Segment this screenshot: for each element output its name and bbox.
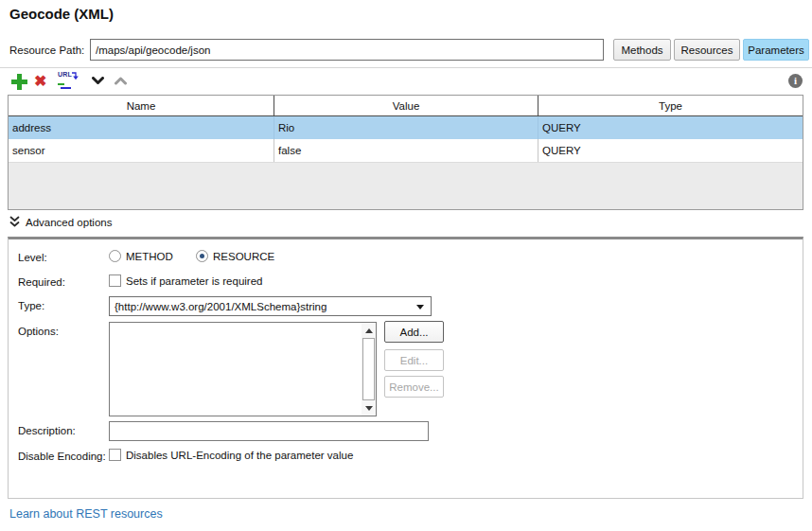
extract-params-from-url-icon[interactable]: URL [58, 71, 80, 91]
move-up-icon [115, 77, 127, 85]
options-scrollbar[interactable] [362, 323, 376, 416]
tab-resources[interactable]: Resources [674, 39, 740, 61]
description-label: Description: [18, 425, 76, 436]
column-header-value[interactable]: Value [274, 96, 538, 115]
scroll-down-arrow-icon [365, 406, 373, 411]
advanced-options-panel: Level: METHOD RESOURCE Required: Sets if… [8, 237, 803, 499]
type-dropdown[interactable]: {http://www.w3.org/2001/XMLSchema}string [109, 296, 432, 316]
table-header-row: Name Value Type [9, 96, 803, 116]
dropdown-arrow-icon [416, 305, 424, 310]
checkbox-unchecked-icon[interactable] [109, 274, 121, 287]
level-radio-resource[interactable]: RESOURCE [196, 250, 274, 262]
level-radio-method[interactable]: METHOD [109, 250, 173, 262]
table-row-sensor[interactable]: sensor false QUERY [9, 139, 803, 163]
table-row-address[interactable]: address Rio QUERY [9, 116, 803, 139]
type-label: Type: [18, 300, 44, 311]
url-icon-text: URL [58, 71, 72, 78]
required-label: Required: [18, 276, 65, 288]
url-icon-dash [61, 87, 71, 89]
resource-path-input[interactable] [90, 39, 604, 61]
url-icon-arrow [71, 72, 79, 82]
cell-value[interactable]: false [274, 139, 538, 162]
column-header-name[interactable]: Name [9, 96, 274, 115]
edit-option-button: Edit... [384, 349, 444, 371]
add-option-button[interactable]: Add... [384, 321, 444, 343]
delete-parameter-icon[interactable]: ✖ [34, 72, 46, 90]
scrollbar-thumb[interactable] [362, 338, 375, 400]
info-icon[interactable]: i [788, 74, 803, 88]
cell-type[interactable]: QUERY [538, 139, 803, 162]
required-checkbox-row[interactable]: Sets if parameter is required [109, 274, 262, 287]
disable-encoding-label: Disable Encoding: [18, 451, 106, 462]
radio-unchecked-icon[interactable] [109, 250, 121, 262]
learn-about-rest-resources-link[interactable]: Learn about REST resources [9, 507, 163, 521]
tab-parameters[interactable]: Parameters [743, 39, 809, 61]
url-icon-dash [58, 83, 64, 85]
double-chevron-down-icon [9, 216, 20, 228]
scroll-down-button[interactable] [362, 400, 376, 416]
cell-name[interactable]: address [9, 116, 274, 139]
disable-encoding-checkbox-label: Disables URL-Encoding of the parameter v… [126, 450, 353, 461]
tab-methods[interactable]: Methods [613, 39, 671, 61]
scroll-up-button[interactable] [362, 323, 376, 338]
parameters-table: Name Value Type address Rio QUERY sensor… [8, 95, 803, 210]
options-listbox[interactable] [109, 322, 377, 416]
advanced-options-toggle[interactable]: Advanced options [9, 216, 112, 228]
remove-option-button: Remove... [384, 376, 444, 398]
advanced-options-label: Advanced options [26, 217, 112, 228]
radio-checked-icon[interactable] [196, 250, 208, 262]
type-dropdown-value: {http://www.w3.org/2001/XMLSchema}string [115, 301, 327, 312]
resource-path-label: Resource Path: [9, 44, 84, 56]
add-parameter-icon[interactable] [11, 74, 27, 90]
header-separator [0, 67, 812, 68]
move-down-icon[interactable] [92, 77, 104, 85]
disable-encoding-checkbox-row[interactable]: Disables URL-Encoding of the parameter v… [109, 449, 353, 461]
scroll-up-arrow-icon [365, 328, 373, 333]
radio-method-label: METHOD [126, 251, 173, 262]
level-label: Level: [18, 252, 47, 263]
required-checkbox-label: Sets if parameter is required [126, 275, 262, 287]
rest-parameters-editor: Geocode (XML) Resource Path: Methods Res… [0, 0, 812, 531]
description-input[interactable] [109, 421, 429, 441]
cell-name[interactable]: sensor [9, 139, 274, 162]
column-header-type[interactable]: Type [538, 96, 803, 115]
page-title: Geocode (XML) [9, 6, 114, 22]
cell-type[interactable]: QUERY [538, 116, 803, 139]
checkbox-unchecked-icon[interactable] [109, 449, 121, 461]
options-label: Options: [18, 326, 59, 337]
cell-value[interactable]: Rio [274, 116, 538, 139]
radio-resource-label: RESOURCE [213, 251, 274, 262]
